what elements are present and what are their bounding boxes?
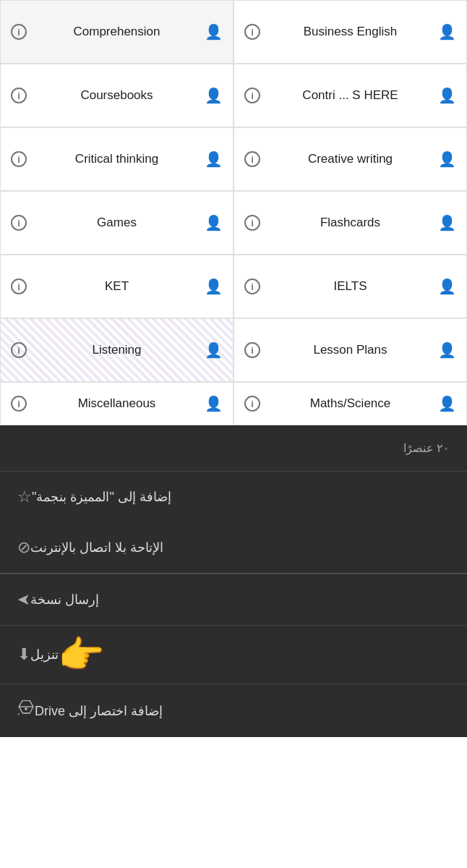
bottom-sheet: ٢٠ عنصرًا إضافة إلى "المميزة بنجمة" ☆ ال… — [0, 425, 467, 737]
info-icon[interactable]: i — [244, 342, 260, 358]
info-icon[interactable]: i — [11, 151, 27, 167]
send-copy-label: إرسال نسخة — [30, 592, 99, 608]
starred-section: إضافة إلى "المميزة بنجمة" ☆ الإتاحة بلا … — [0, 472, 467, 574]
folder-icon: 👤 — [205, 23, 223, 41]
grid-item-creative-writing[interactable]: i Creative writing 👤 — [234, 127, 467, 191]
info-icon[interactable]: i — [11, 88, 27, 103]
info-icon[interactable]: i — [11, 215, 27, 231]
item-label: KET — [105, 279, 129, 294]
item-label: Lesson Plans — [313, 343, 387, 357]
item-label: Creative writing — [308, 152, 393, 166]
folder-icon: 👤 — [205, 214, 223, 231]
info-icon[interactable]: i — [244, 24, 260, 40]
item-label: Maths/Science — [310, 396, 391, 411]
menu-item-add-shortcut-drive[interactable]: إضافة اختصار إلى Drive + — [0, 684, 467, 737]
menu-item-offline[interactable]: الإتاحة بلا اتصال بالإنترنت ⊘ — [0, 522, 467, 574]
folder-icon: 👤 — [438, 395, 456, 412]
info-icon[interactable]: i — [244, 396, 260, 412]
grid-item-flashcards[interactable]: i Flashcards 👤 — [234, 191, 467, 255]
download-icon: ⬇ — [17, 645, 30, 664]
send-section: إرسال نسخة ➤ — [0, 574, 467, 626]
item-label: Comprehension — [73, 25, 160, 39]
folder-icon: 👤 — [438, 23, 456, 41]
info-icon[interactable]: i — [244, 278, 260, 294]
info-icon[interactable]: i — [11, 24, 27, 40]
grid-item-business-english[interactable]: i Business English 👤 — [234, 0, 467, 64]
menu-item-add-starred[interactable]: إضافة إلى "المميزة بنجمة" ☆ — [0, 472, 467, 522]
item-count-row: ٢٠ عنصرًا — [0, 425, 467, 472]
item-label: Miscellaneous — [78, 396, 156, 411]
offline-label: الإتاحة بلا اتصال بالإنترنت — [30, 540, 163, 556]
drive-label: إضافة اختصار إلى Drive — [35, 703, 163, 719]
grid-item-games[interactable]: i Games 👤 — [0, 191, 234, 255]
info-icon[interactable]: i — [11, 396, 27, 412]
grid-item-ket[interactable]: i KET 👤 — [0, 255, 234, 318]
item-label: IELTS — [334, 279, 367, 294]
folder-icon: 👤 — [438, 278, 456, 295]
info-icon[interactable]: i — [11, 342, 27, 358]
download-label: تنزيل — [30, 647, 59, 663]
item-label: Contri ... S HERE — [302, 88, 398, 103]
grid-item-listening[interactable]: i Listening 👤 — [0, 318, 234, 382]
info-icon[interactable]: i — [244, 151, 260, 167]
offline-icon: ⊘ — [17, 538, 30, 557]
menu-item-send-copy[interactable]: إرسال نسخة ➤ — [0, 574, 467, 625]
grid-item-maths-science[interactable]: i Maths/Science 👤 — [234, 382, 467, 425]
item-label: Listening — [92, 343, 141, 357]
item-count-text: ٢٠ عنصرًا — [403, 441, 450, 455]
item-label: Flashcards — [320, 216, 380, 230]
folder-icon: 👤 — [438, 87, 456, 104]
folder-icon: 👤 — [438, 214, 456, 231]
item-label: Coursebooks — [80, 88, 153, 103]
folder-icon: 👤 — [205, 395, 223, 412]
folder-icon: 👤 — [205, 278, 223, 295]
folder-icon: 👤 — [205, 341, 223, 359]
drive-section: إضافة اختصار إلى Drive + — [0, 684, 467, 737]
folder-icon: 👤 — [438, 341, 456, 359]
folder-icon: 👤 — [438, 150, 456, 168]
grid-item-miscellaneous[interactable]: i Miscellaneous 👤 — [0, 382, 234, 425]
grid-item-coursebooks[interactable]: i Coursebooks 👤 — [0, 64, 234, 127]
svg-text:+: + — [17, 712, 20, 717]
info-icon[interactable]: i — [244, 215, 260, 231]
folder-icon: 👤 — [205, 87, 223, 104]
download-section: تنزيل ⬇ 👉 — [0, 626, 467, 684]
grid-item-ielts[interactable]: i IELTS 👤 — [234, 255, 467, 318]
info-icon[interactable]: i — [11, 278, 27, 294]
grid-item-critical-thinking[interactable]: i Critical thinking 👤 — [0, 127, 234, 191]
drive-icon: + — [17, 700, 35, 721]
menu-item-download[interactable]: تنزيل ⬇ 👉 — [0, 626, 467, 684]
item-label: Games — [97, 216, 137, 230]
info-icon[interactable]: i — [244, 88, 260, 103]
item-label: Critical thinking — [75, 152, 158, 166]
folder-icon: 👤 — [205, 150, 223, 168]
add-starred-label: إضافة إلى "المميزة بنجمة" — [32, 489, 171, 505]
item-label: Business English — [304, 25, 397, 39]
grid-item-contri-s-here[interactable]: i Contri ... S HERE 👤 — [234, 64, 467, 127]
folder-grid: i Comprehension 👤 i Business English 👤 i… — [0, 0, 467, 425]
send-icon: ➤ — [17, 590, 30, 609]
svg-point-0 — [25, 707, 27, 710]
grid-item-lesson-plans[interactable]: i Lesson Plans 👤 — [234, 318, 467, 382]
pointing-hand-emoji: 👉 — [58, 633, 105, 677]
grid-item-comprehension[interactable]: i Comprehension 👤 — [0, 0, 234, 64]
star-icon: ☆ — [17, 488, 32, 506]
